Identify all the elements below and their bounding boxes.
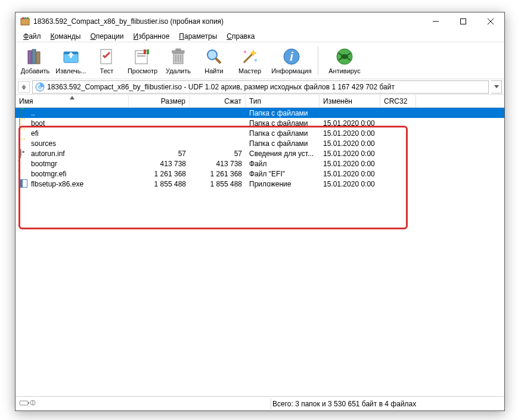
- add-label: Добавить: [21, 67, 50, 74]
- svg-rect-17: [144, 49, 146, 54]
- info-icon: i: [282, 47, 301, 66]
- wizard-icon: [240, 47, 259, 66]
- file-row[interactable]: efiПапка с файлами15.01.2020 0:00: [15, 128, 504, 138]
- svg-rect-16: [137, 55, 145, 57]
- svg-rect-40: [20, 401, 28, 405]
- svg-rect-3: [27, 17, 29, 19]
- extract-button[interactable]: Извлечь...: [54, 44, 88, 77]
- minimize-button[interactable]: [422, 13, 449, 30]
- svg-rect-10: [36, 52, 40, 64]
- svg-point-25: [207, 50, 217, 60]
- extract-icon: [61, 47, 80, 66]
- file-row[interactable]: autorun.inf5757Сведения для уст...15.01.…: [15, 148, 504, 158]
- file-row[interactable]: bootПапка с файлами15.01.2020 0:00: [15, 118, 504, 128]
- col-packed[interactable]: Сжат: [190, 95, 246, 107]
- menu-help[interactable]: Справка: [222, 32, 259, 41]
- svg-rect-20: [172, 51, 184, 53]
- test-button[interactable]: Тест: [89, 44, 124, 77]
- svg-rect-18: [147, 49, 149, 54]
- svg-rect-9: [32, 49, 36, 64]
- delete-icon: [169, 47, 188, 66]
- find-label: Найти: [204, 67, 223, 74]
- list-header: Имя Размер Сжат Тип Изменён CRC32: [15, 95, 504, 108]
- svg-rect-21: [176, 49, 181, 51]
- menu-operations[interactable]: Операции: [86, 32, 128, 41]
- test-icon: [97, 47, 116, 66]
- extract-label: Извлечь...: [55, 67, 86, 74]
- menu-favorites[interactable]: Избранное: [129, 32, 174, 41]
- svg-point-28: [244, 51, 246, 53]
- find-icon: [204, 47, 224, 66]
- col-size[interactable]: Размер: [129, 95, 190, 107]
- path-field[interactable]: 18363.592_Compact_x86_by_flibustier.iso …: [32, 80, 489, 94]
- svg-line-27: [244, 53, 253, 63]
- menubar: Файл Команды Операции Избранное Параметр…: [15, 30, 504, 42]
- antivirus-button[interactable]: Антивирус: [321, 44, 368, 77]
- toolbar: Добавить Извлечь... Тест Просмотр Удалит…: [15, 42, 504, 79]
- view-button[interactable]: Просмотр: [125, 44, 160, 77]
- antivirus-label: Антивирус: [328, 67, 360, 74]
- svg-line-26: [216, 58, 221, 63]
- file-row[interactable]: bootmgr.efi1 261 3681 261 368Файл "EFI"1…: [15, 169, 504, 179]
- file-row[interactable]: ..Папка с файлами: [15, 108, 504, 118]
- up-button[interactable]: [18, 81, 30, 93]
- statusbar: Всего: 3 папок и 3 530 651 байт в 4 файл…: [15, 396, 504, 410]
- col-crc[interactable]: CRC32: [380, 95, 416, 107]
- info-label: Информация: [271, 67, 311, 74]
- status-total: Всего: 3 папок и 3 530 651 байт в 4 файл…: [272, 400, 501, 408]
- window-title: 18363.592_Compact_x86_by_flibustier.iso …: [33, 17, 422, 26]
- path-dropdown[interactable]: [491, 80, 502, 94]
- svg-point-39: [39, 86, 41, 88]
- status-separator: [271, 399, 271, 409]
- wizard-button[interactable]: Мастер: [232, 44, 267, 77]
- close-button[interactable]: [477, 13, 504, 30]
- svg-rect-5: [461, 19, 466, 24]
- svg-rect-0: [21, 18, 29, 25]
- view-icon: [133, 47, 152, 66]
- path-text: 18363.592_Compact_x86_by_flibustier.iso …: [47, 83, 395, 91]
- add-button[interactable]: Добавить: [18, 44, 52, 77]
- maximize-button[interactable]: [449, 13, 477, 30]
- info-button[interactable]: i Информация: [268, 44, 315, 77]
- delete-button[interactable]: Удалить: [161, 44, 196, 77]
- svg-rect-2: [24, 17, 26, 19]
- file-row[interactable]: sourcesПапка с файлами15.01.2020 0:00: [15, 138, 504, 148]
- col-modified[interactable]: Изменён: [320, 95, 380, 107]
- file-row[interactable]: bootmgr413 738413 738Файл15.01.2020 0:00: [15, 158, 504, 169]
- svg-rect-8: [28, 51, 32, 64]
- app-icon: [20, 17, 30, 26]
- antivirus-icon: [335, 47, 354, 66]
- col-type[interactable]: Тип: [246, 95, 320, 107]
- view-label: Просмотр: [128, 67, 157, 74]
- books-icon: [26, 47, 45, 66]
- file-row[interactable]: flbsetup-x86.exe1 855 4881 855 488Прилож…: [15, 179, 504, 189]
- toolbar-separator: [318, 46, 318, 75]
- pathbar: 18363.592_Compact_x86_by_flibustier.iso …: [15, 79, 504, 95]
- menu-options[interactable]: Параметры: [175, 32, 221, 41]
- test-label: Тест: [100, 67, 114, 74]
- wizard-label: Мастер: [238, 67, 261, 74]
- menu-file[interactable]: Файл: [19, 32, 45, 41]
- find-button[interactable]: Найти: [197, 44, 231, 77]
- svg-rect-41: [28, 402, 29, 404]
- titlebar: 18363.592_Compact_x86_by_flibustier.iso …: [15, 13, 504, 30]
- disc-icon: [35, 82, 45, 92]
- svg-rect-1: [22, 17, 24, 19]
- sort-indicator-icon: [69, 96, 75, 101]
- menu-commands[interactable]: Команды: [46, 32, 85, 41]
- delete-label: Удалить: [166, 67, 191, 74]
- file-list: ..Папка с файламиbootПапка с файлами15.0…: [15, 108, 504, 396]
- svg-point-29: [255, 59, 257, 61]
- status-left-icon: [19, 399, 36, 408]
- svg-text:i: i: [290, 50, 293, 63]
